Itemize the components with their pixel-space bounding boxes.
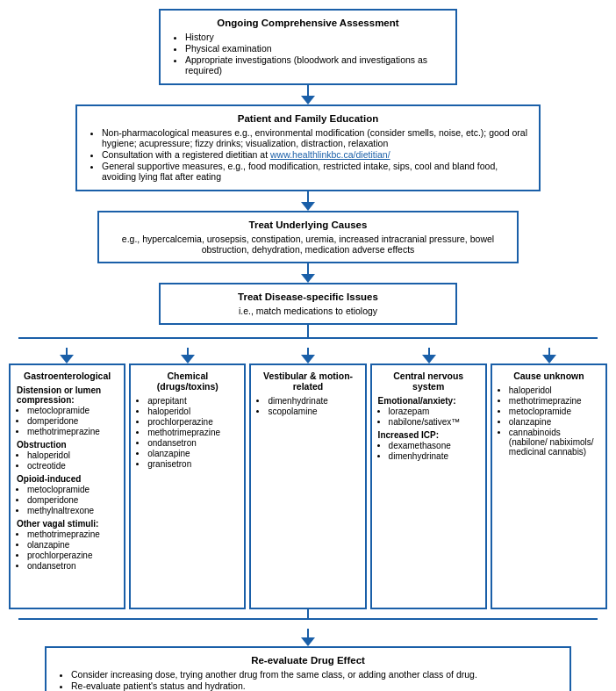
cns-list1: lorazepam nabilone/sativex™	[378, 407, 479, 427]
cns-sub2: Increased ICP:	[378, 430, 479, 440]
arrow-3	[301, 263, 315, 283]
arrow-gastro	[10, 348, 124, 363]
treat-disease-title: Treat Disease-specific Issues	[171, 292, 445, 302]
bottom-line	[18, 618, 598, 620]
branch-stub-1	[60, 337, 61, 339]
gastro-sub3: Opioid-induced	[17, 474, 118, 484]
arrow-head	[301, 274, 315, 283]
flowchart: Ongoing Comprehensive Assessment History…	[9, 9, 607, 691]
assessment-box: Ongoing Comprehensive Assessment History…	[159, 9, 457, 85]
bottom-h-line	[10, 618, 606, 629]
education-item-1: Non-pharmacological measures e.g., envir…	[102, 127, 528, 148]
chemical-title: Chemical (drugs/toxins)	[137, 371, 238, 392]
gastro-sub1: Distension or lumen compression:	[17, 385, 118, 405]
branch-cns: Central nervous system Emotional/anxiety…	[370, 363, 487, 609]
education-box: Patient and Family Education Non-pharmac…	[75, 104, 541, 191]
vert-to-reevaluate	[307, 629, 309, 637]
branch-unknown: Cause unknown haloperidol methotrimepraz…	[491, 363, 607, 609]
arrow-vestibular	[251, 348, 365, 363]
arrow-chemical	[131, 348, 245, 363]
reevaluate-title: Re-evaluate Drug Effect	[57, 655, 559, 666]
gastro-list1: metoclopramide domperidone methotrimepra…	[17, 406, 118, 436]
arrow-head	[301, 96, 315, 104]
branch-stub-5	[548, 337, 550, 339]
arrow-to-reevaluate	[301, 637, 315, 646]
assessment-list: History Physical examination Appropriate…	[171, 32, 445, 76]
vestibular-list: dimenhydrinate scopolamine	[257, 396, 358, 416]
cns-sub1: Emotional/anxiety:	[378, 396, 479, 406]
unknown-title: Cause unknown	[498, 371, 599, 381]
vert-from-branch	[307, 609, 309, 618]
treat-disease-subtitle: i.e., match medications to etiology	[171, 306, 445, 316]
branch-vestibular: Vestibular & motion-related dimenhydrina…	[249, 363, 366, 609]
arrow-unknown	[492, 348, 606, 363]
treat-disease-box: Treat Disease-specific Issues i.e., matc…	[159, 283, 457, 325]
education-list: Non-pharmacological measures e.g., envir…	[88, 127, 528, 182]
arrow-line	[307, 191, 309, 202]
branch-arrows-row	[10, 348, 606, 363]
cns-title: Central nervous system	[378, 371, 479, 392]
treat-underlying-box: Treat Underlying Causes e.g., hypercalce…	[97, 211, 519, 263]
branch-boxes-row: Gastroenterological Distension or lumen …	[9, 363, 607, 609]
arrow-line	[307, 263, 309, 274]
reevaluate-box: Re-evaluate Drug Effect Consider increas…	[45, 646, 571, 691]
assessment-item-2: Physical examination	[185, 43, 445, 54]
assessment-item-1: History	[185, 32, 445, 42]
gastro-list2: haloperidol octreotide	[17, 450, 118, 471]
arrow-2	[301, 191, 315, 211]
chemical-list: aprepitant haloperidol prochlorperazine …	[137, 396, 238, 469]
branch-gastro: Gastroenterological Distension or lumen …	[9, 363, 125, 609]
horizontal-branch-line	[10, 337, 606, 348]
education-item-3: General supportive measures, e.g., food …	[102, 161, 528, 182]
reevaluate-item-1: Consider increasing dose, trying another…	[71, 669, 559, 680]
gastro-list4: methotrimeprazine olanzapine prochlorper…	[17, 529, 118, 571]
branch-stub-3	[304, 337, 306, 339]
h-line	[18, 337, 598, 339]
education-title: Patient and Family Education	[88, 113, 528, 124]
gastro-sub4: Other vagal stimuli:	[17, 519, 118, 529]
branch-stub-4	[430, 337, 432, 339]
unknown-list: haloperidol methotrimeprazine metoclopra…	[498, 385, 599, 457]
gastro-list3: metoclopramide domperidone methylnaltrex…	[17, 485, 118, 515]
treat-underlying-title: Treat Underlying Causes	[110, 220, 506, 230]
assessment-title: Ongoing Comprehensive Assessment	[171, 18, 445, 28]
cns-list2: dexamethasone dimenhydrinate	[378, 441, 479, 461]
branch-chemical: Chemical (drugs/toxins) aprepitant halop…	[129, 363, 246, 609]
reevaluate-list: Consider increasing dose, trying another…	[57, 669, 559, 691]
gastro-title: Gastroenterological	[17, 371, 118, 381]
vert-to-branch	[307, 325, 309, 337]
treat-underlying-subtitle: e.g., hypercalcemia, urosepsis, constipa…	[110, 234, 506, 255]
dietitian-link[interactable]: www.healthlinkbc.ca/dietitian/	[270, 149, 390, 160]
arrow-head	[301, 202, 315, 211]
gastro-sub2: Obstruction	[17, 440, 118, 450]
arrow-1	[301, 85, 315, 104]
arrow-line	[307, 85, 309, 96]
reevaluate-item-2: Re-evaluate patient's status and hydrati…	[71, 680, 559, 691]
education-item-2: Consultation with a registered dietitian…	[102, 149, 528, 160]
vestibular-title: Vestibular & motion-related	[257, 371, 358, 392]
assessment-item-3: Appropriate investigations (bloodwork an…	[185, 54, 445, 76]
branch-container: Gastroenterological Distension or lumen …	[9, 325, 607, 646]
arrow-cns	[372, 348, 486, 363]
branch-stub-2	[179, 337, 181, 339]
